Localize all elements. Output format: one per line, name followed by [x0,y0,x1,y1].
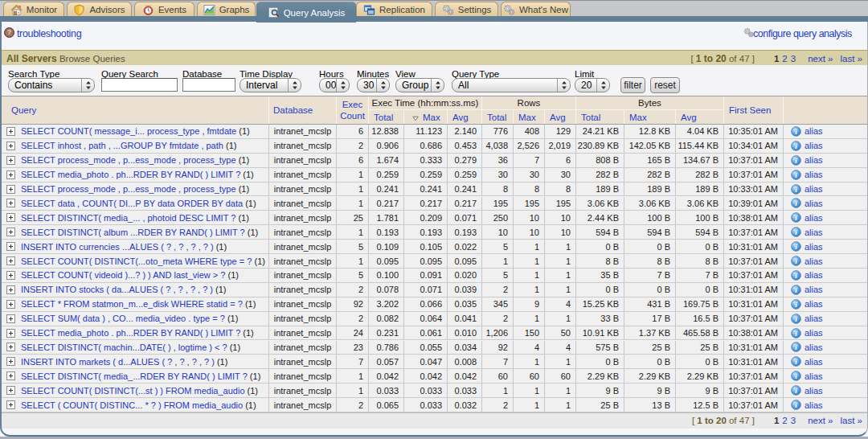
svg-text:?: ? [7,28,11,36]
